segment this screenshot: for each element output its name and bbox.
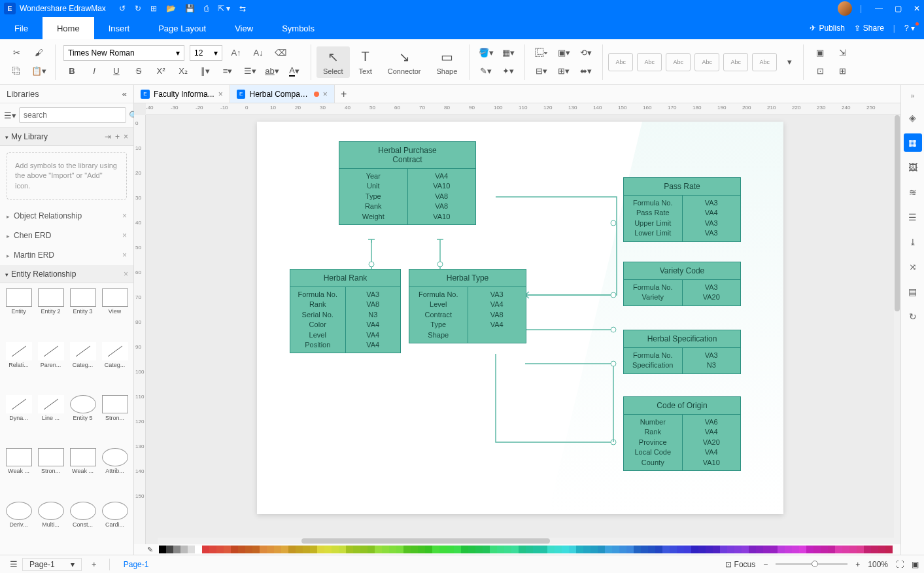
connector-tool[interactable]: ↘Connector [381, 46, 428, 78]
color-swatch[interactable] [432, 546, 439, 553]
canvas[interactable]: Herbal Purchase Contract YearUnitTypeRan… [146, 115, 900, 544]
rail-export-icon[interactable]: ⤓ [904, 233, 922, 251]
color-swatch[interactable] [792, 546, 799, 553]
color-swatch[interactable] [598, 546, 605, 553]
color-swatch[interactable] [353, 546, 360, 553]
color-swatch[interactable] [547, 546, 555, 553]
font-select[interactable]: Times New Roman▾ [63, 45, 184, 61]
color-swatch[interactable] [778, 546, 785, 553]
collapse-left-icon[interactable]: « [122, 89, 127, 99]
color-swatch[interactable] [260, 546, 267, 553]
color-swatch[interactable] [576, 546, 583, 553]
shape-entity-5[interactable]: Entity 5 [68, 394, 97, 444]
line-color-icon[interactable]: ✎▾ [477, 63, 494, 79]
menu-file[interactable]: File [0, 17, 43, 39]
color-swatch[interactable] [324, 546, 332, 553]
style-preset-3[interactable]: Abc [666, 53, 691, 71]
line-style-icon[interactable]: ✦▾ [500, 63, 517, 79]
share-button[interactable]: ⇪ Share [854, 24, 884, 33]
decrease-font-icon[interactable]: A↓ [250, 45, 267, 61]
shape-entity-2[interactable]: Entity 2 [36, 287, 65, 338]
menu-symbols[interactable]: Symbols [267, 17, 329, 39]
color-swatch[interactable] [626, 546, 634, 553]
fill-icon[interactable]: 🪣▾ [477, 45, 494, 61]
redo-icon[interactable]: ↻ [135, 4, 141, 13]
increase-font-icon[interactable]: A↑ [228, 45, 245, 61]
save-icon[interactable]: 💾 [185, 4, 195, 13]
rail-outline-icon[interactable]: ☰ [904, 208, 922, 226]
shape-paren-[interactable]: Paren... [36, 341, 65, 391]
color-swatch[interactable] [785, 546, 792, 553]
shape-stron-[interactable]: Stron... [36, 447, 65, 497]
tab-close-icon[interactable]: × [218, 90, 223, 99]
color-swatch[interactable] [411, 546, 418, 553]
font-color-icon[interactable]: A▾ [286, 63, 303, 79]
size-icon[interactable]: ⬌▾ [577, 63, 594, 79]
shape-weak-[interactable]: Weak ... [4, 447, 33, 497]
color-swatch[interactable] [296, 546, 303, 553]
color-swatch[interactable] [612, 546, 619, 553]
er-table-herbal-purchase-contract[interactable]: Herbal Purchase Contract YearUnitTypeRan… [339, 141, 476, 225]
cut-icon[interactable]: ✂ [8, 45, 25, 61]
color-swatch[interactable] [835, 546, 842, 553]
color-swatch[interactable] [439, 546, 447, 553]
color-swatch[interactable] [821, 546, 828, 553]
page-tab-1[interactable]: Page-1 [116, 558, 156, 571]
align-icon[interactable]: ≡▾ [219, 63, 236, 79]
style-preset-6[interactable]: Abc [752, 53, 777, 71]
shape-categ-[interactable]: Categ... [100, 341, 129, 391]
color-swatch[interactable] [346, 546, 353, 553]
color-swatch[interactable] [188, 546, 195, 553]
color-swatch[interactable] [475, 546, 483, 553]
italic-icon[interactable]: I [86, 63, 103, 79]
undo-icon[interactable]: ↺ [119, 4, 126, 13]
color-swatch[interactable] [396, 546, 403, 553]
color-swatch[interactable] [634, 546, 641, 553]
color-swatch[interactable] [763, 546, 770, 553]
color-swatch[interactable] [245, 546, 252, 553]
er-table-pass-rate[interactable]: Pass Rate Formula No.Pass RateUpper Limi… [623, 177, 741, 242]
align-shapes-icon[interactable]: ⊟▾ [533, 63, 550, 79]
color-swatch[interactable] [749, 546, 756, 553]
shape-dyna-[interactable]: Dyna... [4, 394, 33, 444]
color-swatch[interactable] [662, 546, 670, 553]
color-swatch[interactable] [332, 546, 339, 553]
color-swatch[interactable] [166, 546, 173, 553]
color-swatch[interactable] [173, 546, 180, 553]
section-martin-erd[interactable]: ▸Martin ERD× [0, 245, 133, 265]
zoom-in-icon[interactable]: + [855, 560, 860, 569]
copy-icon[interactable]: ⿻ [8, 63, 25, 79]
color-swatch[interactable] [698, 546, 706, 553]
menu-page-layout[interactable]: Page Layout [144, 17, 220, 39]
shape-attrib-[interactable]: Attrib... [100, 447, 129, 497]
layout-icon-2[interactable]: ⇲ [834, 45, 851, 61]
color-swatch[interactable] [238, 546, 245, 553]
color-swatch[interactable] [540, 546, 547, 553]
minimize-icon[interactable]: — [875, 4, 883, 13]
color-swatch[interactable] [677, 546, 684, 553]
shape-entity-3[interactable]: Entity 3 [68, 287, 97, 338]
pages-list-icon[interactable]: ☰ [5, 557, 22, 572]
print-icon[interactable]: ⎙ [204, 4, 209, 13]
color-swatch[interactable] [202, 546, 209, 553]
color-swatch[interactable] [231, 546, 238, 553]
color-swatch[interactable] [504, 546, 511, 553]
fullscreen-icon[interactable]: ▣ [912, 560, 919, 569]
layout-icon-4[interactable]: ⊞ [834, 63, 851, 79]
underline-icon[interactable]: U [108, 63, 125, 79]
color-swatch[interactable] [720, 546, 727, 553]
color-swatch[interactable] [569, 546, 576, 553]
color-swatch[interactable] [468, 546, 475, 553]
more-icon[interactable]: ⇆ [239, 4, 246, 13]
color-swatch[interactable] [871, 546, 878, 553]
distribute-icon[interactable]: ⊞▾ [555, 63, 572, 79]
publish-button[interactable]: ✈ Publish [810, 24, 844, 33]
color-swatch[interactable] [605, 546, 612, 553]
color-swatch[interactable] [360, 546, 368, 553]
color-swatch[interactable] [684, 546, 691, 553]
color-swatch[interactable] [641, 546, 648, 553]
rail-pointer-icon[interactable]: ◈ [904, 109, 922, 127]
shape-entity[interactable]: Entity [4, 287, 33, 338]
color-swatch[interactable] [461, 546, 468, 553]
er-table-herbal-type[interactable]: Herbal Type Formula No.LevelContractType… [409, 269, 526, 343]
